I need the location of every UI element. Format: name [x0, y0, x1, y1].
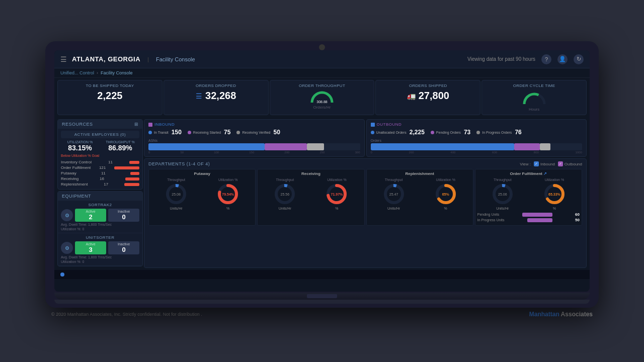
- inbound-bar-seg-2: [307, 143, 324, 150]
- eq-sortrak2-name: SORTRAK2: [61, 203, 139, 207]
- kpi-label-3: Orders Shipped: [380, 83, 476, 88]
- inbound-metric-value-1: 75: [224, 129, 230, 136]
- resource-row-3: Receiving 16: [61, 176, 139, 182]
- inbound-bar-seg-1: [265, 143, 307, 150]
- inbound-check: ✓: [534, 161, 539, 166]
- manhattan-brand: Manhattan Associates: [529, 311, 593, 318]
- outbound-bar-label: Orders: [371, 139, 583, 142]
- kpi-value-0: 2,225: [62, 90, 158, 102]
- nav-subtitle: Facility Console: [156, 56, 195, 62]
- svg-text:308.88: 308.88: [316, 100, 328, 104]
- kpi-value-3: 27,800: [419, 90, 449, 102]
- breadcrumb-part1[interactable]: Unified... Control: [60, 70, 94, 75]
- resources-icon[interactable]: ⊞: [134, 122, 139, 127]
- dept-putaway: Putaway Throughput: [148, 169, 256, 226]
- menu-icon[interactable]: ☰: [60, 55, 67, 63]
- inbound-title: INBOUND: [148, 122, 360, 127]
- unitsorter-active-value: 3: [76, 246, 105, 253]
- refresh-icon[interactable]: ↻: [574, 54, 584, 64]
- outbound-dot-1: [431, 131, 434, 134]
- equipment-section: EQUIPMENT SORTRAK2 ⚙ Active 2: [57, 191, 143, 266]
- outbound-metric-0: Unallocated Orders 2,225: [371, 129, 425, 136]
- dept-receiving-utilization: Utilization % 71.97%: [311, 178, 362, 210]
- outbound-metric-value-1: 73: [464, 129, 470, 136]
- below-goal: Below Utilization % Goal: [61, 154, 139, 157]
- main-content: RESOURCES ⊞ ACTIVE EMPLOYEES (0) Utiliza…: [54, 117, 590, 270]
- kpi-orders-dropped: Orders Dropped ☰ 32,268: [164, 80, 269, 115]
- pending-units-label: Pending Units: [477, 213, 500, 216]
- footer-copyright: © 2020 Manhattan Associates, Inc. Strict…: [51, 312, 202, 317]
- dept-of-throughput: Throughput 25.06: [477, 178, 528, 210]
- resources-section: RESOURCES ⊞ ACTIVE EMPLOYEES (0) Utiliza…: [57, 119, 143, 190]
- kpi-label-4: Order Cycle Time: [486, 83, 582, 88]
- outbound-title: OUTBOUND: [371, 122, 583, 127]
- inbound-metric-label-2: Receiving Verified: [242, 131, 270, 134]
- kpi-order-throughput: Order Throughput 308.88 Orders/Hr: [270, 80, 375, 115]
- dept-putaway-name: Putaway: [151, 171, 253, 176]
- inbound-checkbox[interactable]: ✓ Inbound: [534, 161, 555, 166]
- inbound-metric-label-0: In Transit: [154, 131, 169, 134]
- outbound-metric-2: In Progress Orders 76: [476, 129, 522, 136]
- sidebar: RESOURCES ⊞ ACTIVE EMPLOYEES (0) Utiliza…: [57, 119, 143, 268]
- unitsorter-inactive-label: Inactive: [109, 242, 138, 246]
- outbound-bar-axis: 02004006008001000: [371, 151, 583, 154]
- kpi-sub-2: Orders/Hr: [274, 105, 370, 110]
- sortrak2-inactive-value: 0: [109, 213, 138, 221]
- dept-receiving: Receiving Throughput: [257, 169, 364, 226]
- breadcrumb-part2: Facility Console: [101, 70, 133, 75]
- outbound-bar-chart: [371, 143, 583, 150]
- outbound-metric-value-0: 2,225: [410, 129, 425, 136]
- dept-order-fulfillment: Order Fulfillment ↗ Throughput: [475, 169, 582, 226]
- user-icon[interactable]: 👤: [557, 54, 568, 64]
- outbound-metrics: Unallocated Orders 2,225 Pending Orders …: [371, 129, 583, 136]
- unitsorter-inactive-value: 0: [109, 246, 138, 253]
- outbound-bar-seg-2: [540, 143, 550, 150]
- departments-grid: Putaway Throughput: [148, 169, 582, 226]
- page-footer: © 2020 Manhattan Associates, Inc. Strict…: [45, 308, 599, 321]
- kpi-label-0: To Be Shipped Today: [62, 83, 158, 88]
- dept-of-name: Order Fulfillment ↗: [477, 171, 580, 176]
- dept-of-utilization: Utilization % 65.33%: [529, 178, 580, 210]
- inbound-metric-2: Receiving Verified 50: [236, 129, 280, 136]
- trackpad[interactable]: [307, 294, 337, 298]
- resource-row-1: Order Fulfillment 121: [61, 165, 139, 170]
- eq-unitsorter-name: UNITSORTER: [61, 235, 139, 240]
- of-link-icon[interactable]: ↗: [543, 171, 547, 176]
- kpi-to-be-shipped: To Be Shipped Today 2,225: [57, 80, 163, 115]
- outbound-check-label: Outbound: [565, 162, 582, 166]
- outbound-dot-2: [476, 131, 480, 134]
- inbound-dot-0: [148, 131, 152, 134]
- resources-header: RESOURCES ⊞: [58, 120, 142, 129]
- unitsorter-icon: ⚙: [61, 242, 73, 254]
- nav-city: ATLANTA, GEORGIA: [72, 55, 140, 63]
- unitsorter-active-label: Active: [76, 242, 105, 246]
- departments-section: DEPARTMENTS (1-4 of 4) View : ✓ Inbound …: [144, 158, 587, 268]
- inbound-metric-1: Receiving Started 75: [188, 129, 231, 136]
- throughput-label: Throughput %: [101, 140, 139, 144]
- eq-sortrak2: SORTRAK2 ⚙ Active 2 Inactive: [58, 201, 142, 233]
- outbound-dot-0: [371, 131, 374, 134]
- departments-title: DEPARTMENTS (1-4 of 4): [148, 161, 210, 166]
- in-progress-units-label: In Progress Units: [477, 218, 505, 222]
- inbound-bar-axis: 050100150200250300: [148, 151, 360, 154]
- kpi-label-2: Order Throughput: [274, 83, 370, 88]
- outbound-checkbox[interactable]: ✓ Outbound: [558, 161, 582, 166]
- inbound-panel: INBOUND In Transit 150 Rece: [144, 119, 365, 157]
- unitsorter-util: Utilization %: 0: [61, 260, 139, 263]
- sortrak2-inactive-label: Inactive: [109, 210, 138, 213]
- pending-units-value: 60: [575, 212, 580, 217]
- eq-unitsorter: UNITSORTER ⚙ Active 3 Inactive: [58, 233, 142, 266]
- outbound-metric-label-2: In Progress Orders: [482, 131, 512, 134]
- dept-replenishment-utilization: Utilization % 65%: [421, 178, 471, 210]
- help-icon[interactable]: ?: [541, 54, 551, 64]
- resource-row-0: Inventory Control 11: [61, 159, 139, 165]
- sortrak2-active-label: Active: [76, 210, 105, 213]
- outbound-bar-seg-0: [371, 143, 515, 150]
- inbound-metric-value-2: 50: [273, 129, 280, 136]
- dept-receiving-name: Receiving: [260, 171, 362, 176]
- sortrak2-util: Utilization %: 0: [61, 227, 139, 231]
- inbound-dot-2: [236, 131, 240, 134]
- dept-replenishment: Replenishment Throughput: [366, 169, 473, 226]
- outbound-metric-label-1: Pending Orders: [436, 131, 461, 134]
- kpi-row: To Be Shipped Today 2,225 Orders Dropped…: [54, 78, 590, 117]
